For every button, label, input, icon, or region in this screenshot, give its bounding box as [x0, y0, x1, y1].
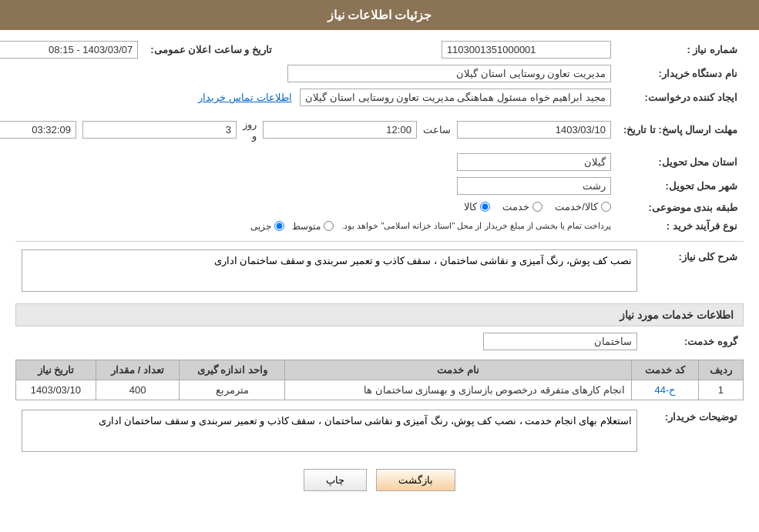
- category-goods-service: کالا/خدمت: [555, 201, 611, 212]
- province-label: استان محل تحویل:: [617, 150, 744, 174]
- deadline-time-label: ساعت: [423, 124, 451, 136]
- city-label: شهر محل تحویل:: [617, 174, 744, 198]
- province-value: گیلان: [457, 153, 611, 171]
- category-service: خدمت: [502, 201, 542, 212]
- services-table: ردیف کد خدمت نام خدمت واحد اندازه گیری ت…: [15, 360, 744, 400]
- deadline-time: 12:00: [263, 121, 417, 139]
- category-service-radio[interactable]: [532, 202, 542, 212]
- category-goods-service-radio[interactable]: [601, 202, 611, 212]
- cell-date: 1403/03/10: [16, 380, 96, 400]
- print-button[interactable]: چاپ: [304, 469, 367, 491]
- deadline-day-label: روز و: [243, 119, 257, 142]
- process-medium-radio[interactable]: [324, 221, 334, 231]
- col-date: تاریخ نیاز: [16, 360, 96, 380]
- back-button[interactable]: بازگشت: [376, 469, 455, 491]
- cell-row-num: 1: [698, 380, 743, 400]
- category-goods: کالا: [464, 201, 490, 212]
- process-partial: جزیی: [250, 221, 284, 232]
- col-quantity: تعداد / مقدار: [96, 360, 180, 380]
- deadline-label: مهلت ارسال پاسخ: تا تاریخ:: [617, 109, 744, 150]
- col-unit: واحد اندازه گیری: [180, 360, 285, 380]
- announce-date-value: 1403/03/07 - 08:15: [0, 41, 138, 59]
- requester-value: مجید ابراهیم خواه مسئول هماهنگی مدیریت ت…: [300, 89, 611, 106]
- cell-service-name: انجام کارهای متفرقه درخصوص بازسازی و بهس…: [285, 380, 632, 400]
- col-row-num: ردیف: [698, 360, 743, 380]
- cell-quantity: 400: [96, 380, 180, 400]
- need-desc-label: شرح کلی نیاز:: [643, 246, 744, 297]
- services-group-value: ساختمان: [483, 333, 637, 350]
- contact-link[interactable]: اطلاعات تماس خریدار: [198, 92, 291, 103]
- deadline-days: 3: [82, 121, 237, 139]
- process-partial-radio[interactable]: [274, 221, 284, 231]
- category-goods-radio[interactable]: [480, 202, 490, 212]
- page-title: جزئیات اطلاعات نیاز: [327, 8, 432, 22]
- announce-date-label: تاریخ و ساعت اعلان عمومی:: [144, 38, 278, 62]
- buyer-desc-label: توضیحات خریدار:: [643, 407, 744, 457]
- process-medium: متوسط: [292, 221, 334, 232]
- buyer-desc-value: [22, 410, 637, 452]
- page-header: جزئیات اطلاعات نیاز: [0, 0, 759, 30]
- cell-service-code: ح-44: [632, 380, 699, 400]
- cell-unit: مترمربع: [180, 380, 285, 400]
- need-number-label: شماره نیاز :: [617, 38, 744, 62]
- deadline-date: 1403/03/10: [457, 121, 611, 139]
- buyer-name-label: نام دستگاه خریدار:: [617, 62, 744, 85]
- services-section-header: اطلاعات خدمات مورد نیاز: [15, 303, 744, 326]
- need-desc-value: [22, 249, 637, 292]
- requester-label: ایجاد کننده درخواست:: [617, 85, 744, 109]
- col-service-code: کد خدمت: [632, 360, 699, 380]
- need-number-value: 1103001351000001: [442, 41, 611, 59]
- button-row: بازگشت چاپ: [15, 469, 744, 491]
- city-value: رشت: [457, 177, 611, 195]
- category-label: طبقه بندی موضوعی:: [617, 198, 744, 217]
- process-label: نوع فرآیند خرید :: [617, 217, 744, 235]
- process-note: پرداخت تمام یا بخشی از مبلغ خریدار از مح…: [341, 221, 611, 231]
- buyer-name-value: مدیریت تعاون روستایی استان گیلان: [287, 65, 611, 82]
- services-group-label: گروه خدمت:: [643, 330, 744, 353]
- table-row: 1 ح-44 انجام کارهای متفرقه درخصوص بازساز…: [16, 380, 744, 400]
- col-service-name: نام خدمت: [285, 360, 632, 380]
- deadline-remaining: 03:32:09: [0, 121, 76, 139]
